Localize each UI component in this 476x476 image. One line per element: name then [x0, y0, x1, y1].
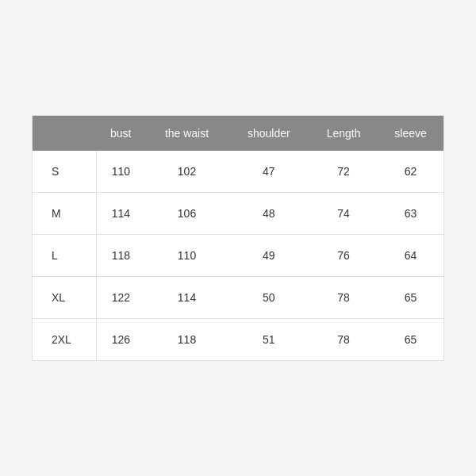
- cell-size: M: [33, 193, 96, 235]
- header-waist: the waist: [145, 116, 228, 151]
- cell-length: 78: [309, 319, 378, 361]
- cell-length: 74: [309, 193, 378, 235]
- cell-sleeve: 65: [378, 319, 443, 361]
- cell-size: S: [33, 151, 96, 193]
- cell-sleeve: 64: [378, 235, 443, 277]
- cell-shoulder: 48: [228, 193, 309, 235]
- cell-sleeve: 65: [378, 277, 443, 319]
- table-header-row: bust the waist shoulder Length sleeve: [33, 116, 443, 151]
- size-chart-table: bust the waist shoulder Length sleeve S1…: [33, 116, 443, 360]
- cell-bust: 126: [96, 319, 145, 361]
- cell-sleeve: 63: [378, 193, 443, 235]
- cell-waist: 114: [145, 277, 228, 319]
- cell-waist: 118: [145, 319, 228, 361]
- header-size: [33, 116, 96, 151]
- cell-bust: 122: [96, 277, 145, 319]
- cell-bust: 118: [96, 235, 145, 277]
- cell-shoulder: 49: [228, 235, 309, 277]
- cell-shoulder: 51: [228, 319, 309, 361]
- table-row: XL122114507865: [33, 277, 443, 319]
- cell-waist: 106: [145, 193, 228, 235]
- table-row: 2XL126118517865: [33, 319, 443, 361]
- header-sleeve: sleeve: [378, 116, 443, 151]
- cell-waist: 110: [145, 235, 228, 277]
- cell-size: L: [33, 235, 96, 277]
- size-chart-container: bust the waist shoulder Length sleeve S1…: [32, 115, 444, 361]
- cell-shoulder: 47: [228, 151, 309, 193]
- cell-bust: 110: [96, 151, 145, 193]
- cell-length: 72: [309, 151, 378, 193]
- cell-size: XL: [33, 277, 96, 319]
- header-bust: bust: [96, 116, 145, 151]
- table-row: L118110497664: [33, 235, 443, 277]
- header-shoulder: shoulder: [228, 116, 309, 151]
- cell-shoulder: 50: [228, 277, 309, 319]
- cell-sleeve: 62: [378, 151, 443, 193]
- cell-size: 2XL: [33, 319, 96, 361]
- cell-length: 76: [309, 235, 378, 277]
- header-length: Length: [309, 116, 378, 151]
- cell-length: 78: [309, 277, 378, 319]
- cell-bust: 114: [96, 193, 145, 235]
- table-row: M114106487463: [33, 193, 443, 235]
- cell-waist: 102: [145, 151, 228, 193]
- table-row: S110102477262: [33, 151, 443, 193]
